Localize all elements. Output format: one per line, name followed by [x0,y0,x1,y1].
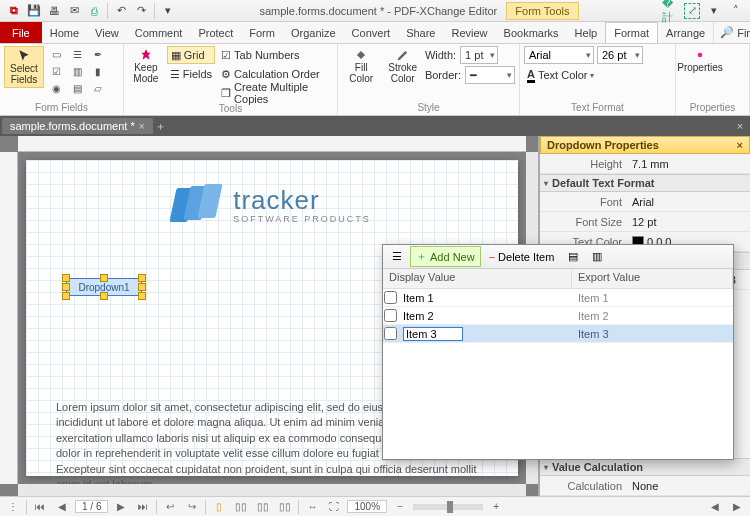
minimize-ribbon-icon[interactable]: ˄ [728,3,744,19]
nav-back-icon[interactable]: ↩ [161,499,179,515]
stroke-color-button[interactable]: Stroke Color [383,46,421,86]
font-size-combo[interactable]: 26 pt [597,46,643,64]
select-fields-button[interactable]: Select Fields [4,46,44,88]
tab-numbers-button[interactable]: ☑Tab Numbers [218,46,333,64]
list-row-selected[interactable]: Item 3 [383,325,733,343]
fit-width-icon[interactable]: ↔ [303,499,321,515]
calc-value[interactable]: None [628,480,750,492]
line-width-combo[interactable]: 1 pt [460,46,498,64]
find-button[interactable]: 🔎Find… [713,22,750,43]
menu-form[interactable]: Form [241,22,283,43]
zoom-slider[interactable] [413,504,483,510]
menu-share[interactable]: Share [398,22,443,43]
text-color-button[interactable]: A Text Color ▾ [524,66,671,84]
ff-barcode-icon[interactable]: ▮ [89,63,107,79]
menu-organize[interactable]: Organize [283,22,344,43]
ff-list-icon[interactable]: ☰ [68,46,86,62]
layout-facing-icon[interactable]: ▯▯ [254,499,272,515]
layout-cont-facing-icon[interactable]: ▯▯ [276,499,294,515]
layout-single-icon[interactable]: ▯ [210,499,228,515]
prev-page-icon[interactable]: ◀ [53,499,71,515]
items-list[interactable]: Item 1 Item 1 Item 2 Item 2 Item 3 [383,289,733,459]
list-row[interactable]: Item 2 Item 2 [383,307,733,325]
menu-view[interactable]: View [87,22,127,43]
font-value[interactable]: Arial [628,196,750,208]
fit-page-icon[interactable]: ⛶ [325,499,343,515]
row-check[interactable] [384,327,397,340]
page-indicator[interactable]: 1 / 6 [75,500,108,513]
height-value[interactable]: 7.1 mm [628,158,750,170]
nav-fwd-icon[interactable]: ↪ [183,499,201,515]
row-check[interactable] [384,309,397,322]
ff-combo-icon[interactable]: ▥ [68,63,86,79]
create-copies-button[interactable]: ❐Create Multiple Copies [218,84,333,102]
ff-check-icon[interactable]: ☑ [47,63,65,79]
row-edit-input[interactable] [403,327,463,341]
combo-items-editor: ☰ ＋Add New −Delete Item ▤ ▥ Display Valu… [382,244,734,460]
col-display[interactable]: Display Value [383,269,572,288]
next-page-icon[interactable]: ▶ [112,499,130,515]
menu-review[interactable]: Review [443,22,495,43]
undo-icon[interactable]: ↶ [113,3,129,19]
fontsize-value[interactable]: 12 pt [628,216,750,228]
print-icon[interactable]: 🖶 [46,3,62,19]
ff-sign-icon[interactable]: ✒ [89,46,107,62]
panel-title[interactable]: Dropdown Properties × [540,136,750,154]
grid-button[interactable]: ▦Grid [167,46,215,64]
ff-radio-icon[interactable]: ◉ [47,80,65,96]
scroll-right-icon[interactable]: ▶ [728,499,746,515]
qat-more-icon[interactable]: ▾ [160,3,176,19]
add-new-button[interactable]: ＋Add New [410,246,481,267]
row-check[interactable] [384,291,397,304]
ff-button-icon[interactable]: ▤ [68,80,86,96]
section-value-calc[interactable]: ▾Value Calculation [540,458,750,476]
email-icon[interactable]: ✉ [66,3,82,19]
last-page-icon[interactable]: ⏭ [134,499,152,515]
layout-cont-icon[interactable]: ▯▯ [232,499,250,515]
keep-mode-button[interactable]: Keep Mode [128,46,164,86]
menu-arrange[interactable]: Arrange [658,22,713,43]
move-down-icon[interactable]: ▥ [586,247,608,266]
fill-color-button[interactable]: Fill Color [342,46,380,86]
save-icon[interactable]: 💾 [26,3,42,19]
list-options-icon[interactable]: ☰ [386,247,408,266]
ui-options-icon[interactable]: �計 [662,3,678,19]
quickhelp-icon[interactable]: ▾ [706,3,722,19]
zoom-out-icon[interactable]: − [391,499,409,515]
doc-tab[interactable]: sample.forms.document * × [2,118,153,134]
launch-icon[interactable]: ⤢ [684,3,700,19]
tab-close-all-icon[interactable]: × [732,120,748,132]
menu-home[interactable]: Home [42,22,87,43]
menu-help[interactable]: Help [567,22,606,43]
delete-item-button[interactable]: −Delete Item [483,248,561,266]
col-export[interactable]: Export Value [572,269,733,288]
list-row[interactable]: Item 1 Item 1 [383,289,733,307]
first-page-icon[interactable]: ⏮ [31,499,49,515]
menu-convert[interactable]: Convert [344,22,399,43]
ff-image-icon[interactable]: ▱ [89,80,107,96]
border-style-combo[interactable]: ━ [465,66,515,84]
menu-bookmarks[interactable]: Bookmarks [496,22,567,43]
zoom-value[interactable]: 100% [347,500,387,513]
scroll-left-icon[interactable]: ◀ [706,499,724,515]
options-icon[interactable]: ⋮ [4,499,22,515]
font-family-combo[interactable]: Arial [524,46,594,64]
properties-button[interactable]: Properties [680,46,720,75]
redo-icon[interactable]: ↷ [133,3,149,19]
fields-pane-button[interactable]: ☰Fields [167,65,215,83]
file-menu[interactable]: File [0,22,42,43]
menu-protect[interactable]: Protect [190,22,241,43]
ff-text-icon[interactable]: ▭ [47,46,65,62]
section-default-text[interactable]: ▾Default Text Format [540,174,750,192]
close-tab-icon[interactable]: × [139,121,145,132]
tool-context-tab[interactable]: Form Tools [506,2,578,20]
zoom-in-icon[interactable]: + [487,499,505,515]
menu-comment[interactable]: Comment [127,22,191,43]
scrollbar-horizontal[interactable] [18,484,526,496]
move-up-icon[interactable]: ▤ [562,247,584,266]
panel-close-icon[interactable]: × [737,139,743,151]
dropdown-form-field[interactable]: Dropdown1 [66,278,142,296]
scan-icon[interactable]: ⎙ [86,3,102,19]
new-tab-button[interactable]: ＋ [153,119,169,134]
menu-format[interactable]: Format [605,22,658,43]
